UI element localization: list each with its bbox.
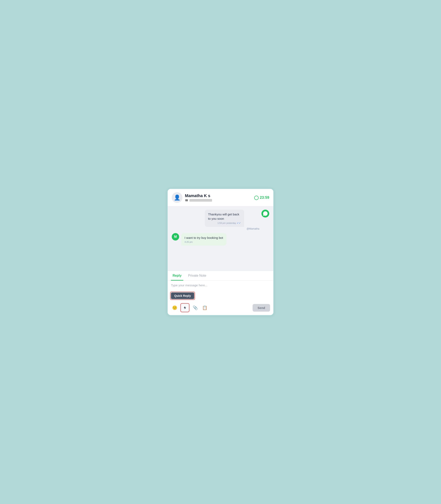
tab-private-note[interactable]: Private Note — [187, 271, 208, 281]
lightning-button[interactable] — [181, 304, 189, 311]
messages-area: Thankyou will get back to you soon 1:59 … — [168, 206, 273, 271]
reply-area: Reply Private Note Type your message her… — [168, 271, 273, 315]
header-info: Mamatha K s ☎ — [185, 193, 254, 202]
reply-tabs: Reply Private Note — [168, 271, 273, 281]
message-row: Thankyou will get back to you soon 1:59 … — [172, 210, 269, 230]
message-meta: 4:26 pm — [185, 241, 223, 243]
emoji-button[interactable]: 🙂 — [171, 304, 178, 311]
contact-phone: ☎ — [185, 199, 254, 202]
chat-window: 👤 Mamatha K s ☎ ◯ 23:59 Thankyou will ge… — [167, 188, 274, 316]
chat-header: 👤 Mamatha K s ☎ ◯ 23:59 — [168, 189, 273, 206]
avatar: 👤 — [172, 192, 182, 203]
message-text: Thankyou will get back to you soon — [208, 212, 241, 221]
quick-reply-button[interactable]: Quick Reply — [171, 293, 194, 299]
person-icon: 👤 — [174, 194, 180, 201]
notes-button[interactable]: 📋 — [201, 304, 208, 311]
attachment-icon: 📎 — [193, 305, 198, 310]
emoji-icon: 🙂 — [172, 305, 177, 310]
message-time: 1:59 pm yesterday — [217, 222, 236, 224]
message-text: I want to try buy booking bot — [185, 236, 223, 240]
read-receipt-icon: ✓✓ — [237, 222, 241, 224]
message-row: M I want to try buy booking bot 4:26 pm — [172, 233, 269, 246]
message-bubble-incoming: I want to try buy booking bot 4:26 pm — [181, 233, 226, 246]
phone-icon: ☎ — [185, 199, 188, 202]
quick-reply-icon-highlight — [180, 303, 189, 312]
message-input-placeholder[interactable]: Type your message here... — [168, 281, 273, 291]
send-button[interactable]: Send — [252, 304, 270, 311]
header-time: ◯ 23:59 — [254, 195, 269, 200]
attachment-button[interactable]: 📎 — [191, 304, 199, 311]
phone-number — [189, 199, 212, 202]
quick-reply-area: Quick Reply — [168, 291, 273, 301]
whatsapp-badge — [261, 210, 269, 218]
quick-reply-highlight-box: Quick Reply — [170, 292, 195, 300]
contact-name: Mamatha K s — [185, 193, 254, 198]
tab-reply[interactable]: Reply — [171, 271, 183, 281]
message-bubble-outgoing: Thankyou will get back to you soon 1:59 … — [205, 210, 244, 227]
toolbar: 🙂 📎 📋 Send — [168, 301, 273, 315]
time-value: 23:59 — [260, 195, 269, 200]
notes-icon: 📋 — [202, 305, 207, 310]
message-sender: @Mamatha — [205, 227, 259, 230]
clock-icon: ◯ — [254, 195, 259, 200]
avatar-incoming: M — [172, 233, 179, 240]
message-meta: 1:59 pm yesterday ✓✓ — [208, 222, 241, 224]
message-content-out: Thankyou will get back to you soon 1:59 … — [205, 210, 259, 230]
